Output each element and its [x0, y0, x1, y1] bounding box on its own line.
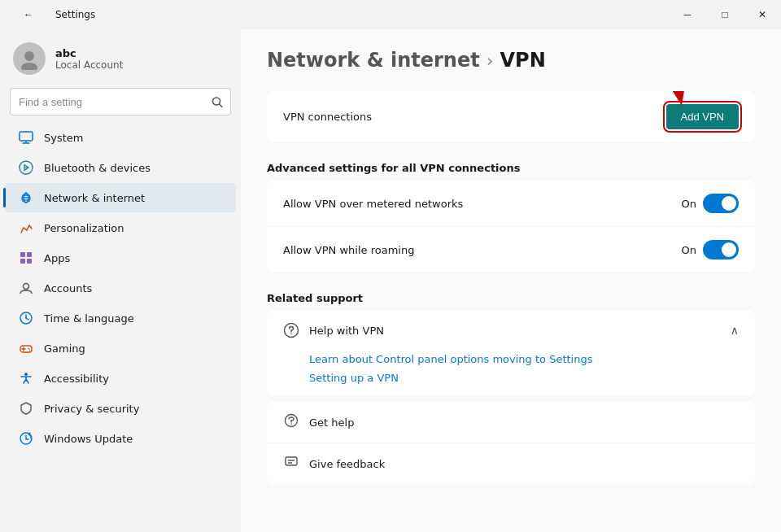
svg-point-35: [290, 423, 291, 424]
give-feedback-icon: [283, 455, 299, 473]
app-title: Settings: [55, 9, 95, 20]
sidebar-item-system-label: System: [44, 132, 83, 144]
svg-point-0: [24, 51, 34, 61]
add-vpn-button[interactable]: Add VPN: [666, 104, 739, 129]
vpn-roaming-state: On: [682, 244, 696, 256]
vpn-metered-state: On: [682, 198, 696, 210]
network-icon: [18, 190, 34, 206]
get-help-row[interactable]: Get help: [267, 402, 755, 443]
sidebar-item-accessibility-label: Accessibility: [44, 373, 109, 385]
help-link-1[interactable]: Learn about Control panel options moving…: [309, 353, 739, 365]
help-vpn-header-left: Help with VPN: [283, 322, 384, 338]
app-body: abc Local Account: [0, 29, 781, 532]
vpn-roaming-toggle-container: On: [682, 240, 739, 259]
vpn-connections-card: VPN connections Add VPN: [267, 91, 755, 142]
sidebar-item-windows-update[interactable]: Windows Update: [5, 424, 236, 453]
vpn-metered-toggle[interactable]: [703, 194, 739, 213]
sidebar-item-system[interactable]: System: [5, 123, 236, 152]
sidebar-item-apps[interactable]: Apps: [5, 243, 236, 273]
sidebar-item-gaming-label: Gaming: [44, 342, 85, 355]
bottom-links: Get help Give feedback: [267, 402, 755, 484]
svg-point-16: [24, 284, 29, 290]
vpn-metered-row: Allow VPN over metered networks On: [267, 181, 755, 226]
content-area: Network & internet › VPN VPN connections…: [241, 29, 781, 532]
sidebar: abc Local Account: [0, 29, 241, 532]
user-info: abc Local Account: [55, 47, 123, 71]
user-profile[interactable]: abc Local Account: [0, 29, 241, 85]
sidebar-item-time-label: Time & language: [44, 312, 134, 325]
sidebar-item-privacy[interactable]: Privacy & security: [5, 394, 236, 423]
help-vpn-chevron: ∧: [731, 324, 739, 337]
help-vpn-links: Learn about Control panel options moving…: [267, 350, 755, 395]
svg-point-1: [21, 63, 37, 70]
svg-rect-13: [27, 252, 32, 257]
related-support-header: Related support: [267, 279, 755, 311]
back-button[interactable]: ←: [10, 0, 47, 29]
search-input[interactable]: [10, 88, 231, 116]
svg-rect-12: [20, 252, 25, 257]
sidebar-item-network[interactable]: Network & internet: [5, 183, 236, 212]
sidebar-item-accessibility[interactable]: Accessibility: [5, 364, 236, 393]
vpn-connections-row: VPN connections Add VPN: [267, 91, 755, 142]
svg-point-24: [29, 349, 31, 351]
sidebar-item-privacy-label: Privacy & security: [44, 403, 139, 415]
svg-rect-15: [27, 259, 32, 264]
privacy-icon: [18, 400, 34, 416]
sidebar-item-personalization[interactable]: Personalization: [5, 213, 236, 242]
svg-point-33: [290, 334, 292, 335]
sidebar-item-bluetooth[interactable]: Bluetooth & devices: [5, 153, 236, 182]
minimize-button[interactable]: ─: [669, 0, 706, 29]
advanced-settings-header: Advanced settings for all VPN connection…: [267, 149, 755, 181]
help-vpn-section: Help with VPN ∧ Learn about Control pane…: [267, 311, 755, 395]
sidebar-item-bluetooth-label: Bluetooth & devices: [44, 162, 151, 174]
give-feedback-label: Give feedback: [309, 458, 385, 470]
sidebar-item-personalization-label: Personalization: [44, 222, 124, 234]
sidebar-item-accounts[interactable]: Accounts: [5, 273, 236, 303]
titlebar: ← Settings ─ □ ✕: [0, 0, 781, 29]
breadcrumb-current: VPN: [500, 49, 545, 72]
apps-icon: [18, 250, 34, 266]
windows-update-icon: [18, 430, 34, 447]
help-vpn-header[interactable]: Help with VPN ∧: [267, 311, 755, 350]
sidebar-item-windows-update-label: Windows Update: [44, 433, 133, 445]
help-vpn-title: Help with VPN: [309, 325, 384, 337]
advanced-settings-card: Allow VPN over metered networks On Allow…: [267, 181, 755, 273]
user-account-type: Local Account: [55, 59, 123, 71]
svg-rect-4: [20, 132, 33, 141]
help-link-2[interactable]: Setting up a VPN: [309, 372, 739, 384]
get-help-icon: [283, 413, 299, 431]
titlebar-left: ← Settings: [10, 0, 95, 29]
give-feedback-row[interactable]: Give feedback: [267, 443, 755, 484]
svg-rect-36: [286, 457, 297, 465]
sidebar-nav: System Bluetooth & devices: [0, 122, 241, 454]
get-help-label: Get help: [309, 416, 354, 429]
vpn-metered-toggle-container: On: [682, 194, 739, 213]
breadcrumb-parent[interactable]: Network & internet: [267, 49, 480, 72]
accounts-icon: [18, 280, 34, 296]
svg-point-23: [28, 348, 29, 350]
vpn-roaming-row: Allow VPN while roaming On: [267, 226, 755, 273]
sidebar-item-network-label: Network & internet: [44, 192, 145, 204]
sidebar-item-accounts-label: Accounts: [44, 282, 92, 294]
titlebar-controls: ─ □ ✕: [669, 0, 781, 29]
vpn-roaming-label: Allow VPN while roaming: [283, 244, 414, 256]
help-vpn-icon: [283, 322, 299, 338]
time-icon: [18, 310, 34, 326]
close-button[interactable]: ✕: [744, 0, 781, 29]
maximize-button[interactable]: □: [706, 0, 744, 29]
gaming-icon: [18, 340, 34, 356]
vpn-connections-label: VPN connections: [283, 111, 372, 123]
svg-line-19: [26, 318, 28, 320]
avatar: [13, 42, 46, 75]
svg-rect-14: [20, 259, 25, 264]
user-name: abc: [55, 47, 123, 59]
bluetooth-icon: [18, 159, 34, 176]
accessibility-icon: [18, 370, 34, 386]
vpn-metered-label: Allow VPN over metered networks: [283, 198, 463, 210]
sidebar-item-gaming[interactable]: Gaming: [5, 334, 236, 363]
sidebar-item-apps-label: Apps: [44, 252, 70, 264]
system-icon: [18, 129, 34, 146]
breadcrumb-separator: ›: [486, 50, 494, 71]
vpn-roaming-toggle[interactable]: [703, 240, 739, 259]
sidebar-item-time[interactable]: Time & language: [5, 303, 236, 333]
